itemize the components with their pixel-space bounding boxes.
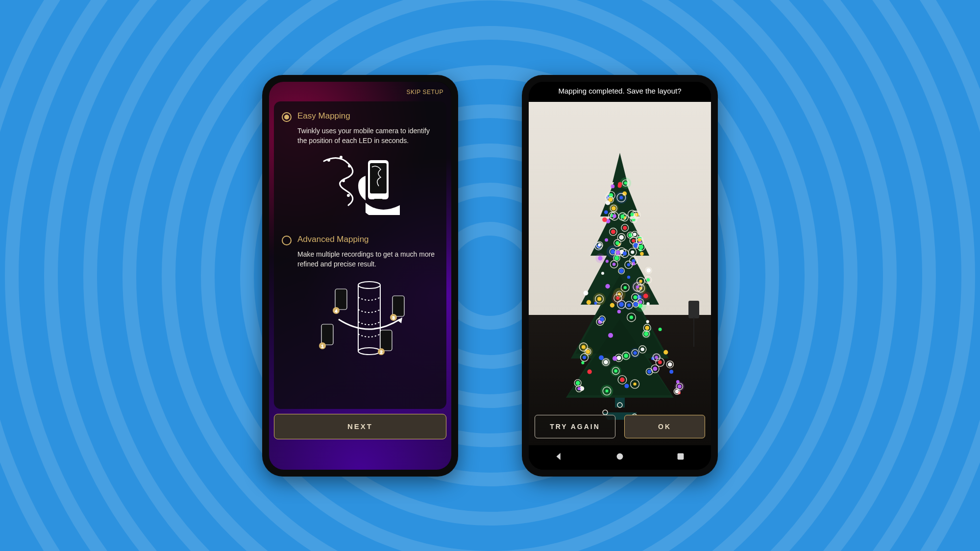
svg-point-167 xyxy=(612,263,616,266)
svg-point-181 xyxy=(614,370,617,373)
svg-rect-6 xyxy=(370,163,387,193)
home-icon[interactable] xyxy=(614,451,625,464)
svg-point-235 xyxy=(634,295,637,299)
svg-point-75 xyxy=(616,356,621,360)
svg-point-153 xyxy=(608,333,613,338)
svg-point-214 xyxy=(582,345,586,349)
option-desc: Twinkly uses your mobile camera to ident… xyxy=(297,126,439,146)
option-desc: Make multiple recordings to get a much m… xyxy=(297,249,439,269)
camera-preview: TRY AGAIN OK xyxy=(529,102,711,445)
svg-point-121 xyxy=(587,300,591,305)
svg-point-124 xyxy=(633,383,636,385)
svg-point-56 xyxy=(583,356,586,359)
svg-point-237 xyxy=(597,297,601,301)
svg-point-190 xyxy=(598,243,601,246)
svg-point-224 xyxy=(619,302,624,307)
svg-point-146 xyxy=(627,304,631,307)
svg-point-122 xyxy=(638,239,641,242)
svg-text:3: 3 xyxy=(392,315,394,320)
svg-point-131 xyxy=(678,385,682,389)
svg-point-175 xyxy=(604,211,608,215)
svg-point-84 xyxy=(658,360,662,364)
svg-point-232 xyxy=(616,251,620,255)
svg-point-69 xyxy=(606,260,609,263)
svg-point-77 xyxy=(624,354,628,359)
svg-point-99 xyxy=(647,370,651,374)
skip-setup-link[interactable]: SKIP SETUP xyxy=(407,89,443,96)
try-again-button[interactable]: TRY AGAIN xyxy=(535,415,615,438)
svg-point-91 xyxy=(663,350,668,355)
svg-point-104 xyxy=(606,390,609,393)
svg-point-230 xyxy=(612,215,616,218)
svg-point-152 xyxy=(601,272,604,275)
svg-point-221 xyxy=(646,320,649,323)
svg-point-102 xyxy=(640,252,644,256)
svg-text:2: 2 xyxy=(380,350,382,355)
svg-point-101 xyxy=(599,356,604,360)
svg-point-243 xyxy=(630,316,633,319)
svg-point-169 xyxy=(614,256,619,261)
svg-point-108 xyxy=(624,182,627,185)
option-title: Advanced Mapping xyxy=(297,235,439,244)
svg-point-228 xyxy=(620,378,625,383)
back-icon[interactable] xyxy=(554,451,564,464)
svg-point-106 xyxy=(632,239,635,242)
option-title: Easy Mapping xyxy=(297,111,439,121)
recents-icon[interactable] xyxy=(675,451,686,464)
svg-point-4 xyxy=(348,195,349,196)
mapping-complete-prompt: Mapping completed. Save the layout? xyxy=(529,82,711,102)
svg-point-239 xyxy=(639,280,642,283)
svg-point-203 xyxy=(646,278,650,282)
phone-left: SKIP SETUP Easy Mapping Twinkly uses you… xyxy=(262,75,458,477)
svg-point-172 xyxy=(602,217,607,222)
svg-point-140 xyxy=(631,251,634,254)
option-advanced-mapping[interactable]: Advanced Mapping Make multiple recording… xyxy=(282,235,439,371)
svg-point-252 xyxy=(617,453,623,459)
svg-point-194 xyxy=(588,370,592,374)
svg-point-226 xyxy=(605,239,608,242)
option-easy-mapping[interactable]: Easy Mapping Twinkly uses your mobile ca… xyxy=(282,111,439,228)
svg-point-180 xyxy=(610,303,614,308)
svg-point-135 xyxy=(616,297,619,300)
svg-point-165 xyxy=(646,268,651,273)
svg-point-66 xyxy=(638,301,642,305)
svg-point-186 xyxy=(577,387,581,391)
svg-text:1: 1 xyxy=(321,344,323,349)
svg-point-1 xyxy=(341,157,342,158)
svg-point-8 xyxy=(358,282,380,288)
svg-point-86 xyxy=(612,206,616,211)
svg-point-89 xyxy=(615,241,619,245)
svg-rect-253 xyxy=(678,453,684,459)
svg-point-103 xyxy=(617,310,621,313)
svg-point-184 xyxy=(611,250,615,254)
svg-point-52 xyxy=(653,367,657,371)
mapping-options-card: Easy Mapping Twinkly uses your mobile ca… xyxy=(274,101,446,409)
svg-point-216 xyxy=(623,252,627,256)
android-navbar xyxy=(529,445,711,470)
svg-point-218 xyxy=(618,182,622,187)
svg-point-72 xyxy=(619,269,624,273)
svg-point-9 xyxy=(358,348,380,355)
svg-point-212 xyxy=(639,245,643,249)
svg-point-241 xyxy=(636,286,639,288)
svg-point-183 xyxy=(643,294,648,299)
svg-point-177 xyxy=(612,357,617,361)
svg-point-150 xyxy=(598,256,602,261)
radio-advanced-mapping[interactable] xyxy=(282,236,292,245)
svg-rect-7 xyxy=(374,199,383,200)
svg-point-195 xyxy=(630,213,634,216)
next-button[interactable]: NEXT xyxy=(274,414,446,439)
svg-point-173 xyxy=(633,351,637,355)
svg-point-88 xyxy=(646,302,649,305)
svg-text:4: 4 xyxy=(335,309,337,313)
svg-point-3 xyxy=(343,180,344,182)
svg-point-160 xyxy=(644,332,648,336)
svg-point-176 xyxy=(605,284,610,288)
svg-point-128 xyxy=(604,360,608,364)
phone-right: Mapping completed. Save the layout? xyxy=(522,75,718,477)
svg-point-188 xyxy=(600,317,604,322)
svg-point-133 xyxy=(633,233,637,236)
ok-button[interactable]: OK xyxy=(624,415,705,438)
svg-point-81 xyxy=(627,276,630,279)
radio-easy-mapping[interactable] xyxy=(282,112,292,122)
